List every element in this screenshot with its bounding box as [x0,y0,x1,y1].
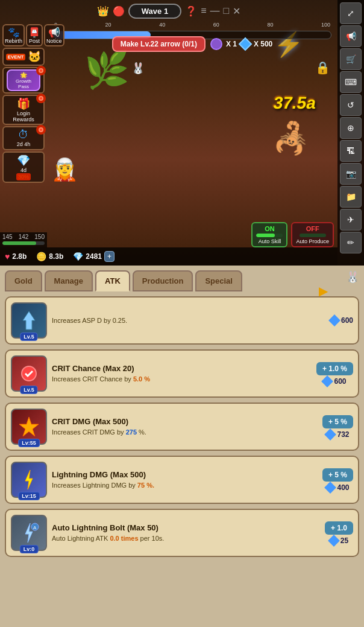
add-gems-button[interactable]: + [104,251,115,262]
cost-increase-crit-dmg: + 5 % [322,415,353,428]
upgrade-icon-crit-dmg: Lv:55 [11,409,47,445]
upgrade-cost-lightning-dmg[interactable]: + 5 % 400 [322,468,353,492]
sidebar-btn-fullscreen[interactable]: ⤢ [340,2,362,24]
upgrade-card-auto-lightning: A Lv:0 Auto Lightning Bolt (Max 50) Auto… [5,509,359,557]
upgrade-cost-crit-dmg[interactable]: + 5 % 732 [322,415,353,439]
gem-cost-icon [328,314,340,326]
sidebar-btn-pen[interactable]: ✏ [340,232,362,253]
hp-value: 2.8b [12,252,27,261]
svg-marker-2 [19,417,39,436]
tab-bar: 🐰 Gold Manage ATK Production Special [0,266,364,291]
upgrade-scroll-area[interactable]: Lv.5 Increases ASP D by 0.25. 600 [0,291,364,622]
auto-skill-button[interactable]: ON Auto Skill [251,222,287,247]
sidebar-btn-keyboard[interactable]: ⌨ [340,71,362,93]
scene-boss-enemy: 🦂 [272,121,310,156]
gem-cost-icon-5 [328,535,340,547]
notice-button[interactable]: 📢 Notice [44,24,64,46]
upgrade-desc-auto-lightning: Auto Lightning ATK 0.0 times per 10s. [52,534,320,543]
login-rewards-button[interactable]: 🎁 Login Rewards [2,95,45,125]
sidebar-btn-plus[interactable]: ⊕ [340,117,362,139]
sidebar-btn-refresh[interactable]: ↺ [340,94,362,116]
upgrade-title-lightning-dmg: Lightning DMG (Max 500) [52,470,318,479]
heart-icon: ♥ [5,252,10,261]
growth-pass-button[interactable]: 🌟 Growth Pass [2,67,45,94]
upgrade-icon-arrow-speed: Lv.5 [11,302,47,339]
gem-icon: 💎 [73,252,83,261]
level-badge-arrow-speed: Lv.5 [20,333,37,341]
gem-cost-icon-4 [325,482,337,494]
cost-value-crit-dmg: 732 [337,430,349,439]
svg-marker-0 [23,311,35,329]
auto-produce-button[interactable]: OFF Auto Produce [291,222,334,247]
left-panel: 🐾 Rebirth 📮 Post 📢 Notice EVENT 🐱 🌟 Grow… [0,22,47,185]
upgrade-info-auto-lightning: Auto Lightning Bolt (Max 50) Auto Lightn… [52,523,320,543]
upgrade-card-crit-dmg: Lv:55 CRIT DMG (Max 500) Increases CRIT … [5,403,359,451]
upgrade-title-auto-lightning: Auto Lightning Bolt (Max 50) [52,523,320,532]
upgrade-info-crit-dmg: CRIT DMG (Max 500) Increases CRIT DMG by… [52,417,318,436]
tab-special[interactable]: Special [195,270,242,291]
damage-number: 37.5a [272,94,318,113]
gold-stat: 🪙 8.3b [36,252,63,261]
svg-text:A: A [33,525,37,530]
lock-icon: 🔒 [315,60,330,75]
right-sidebar: ⤢ 📢 🛒 ⌨ ↺ ⊕ 🏗 📷 📁 ✈ ✏ [337,0,364,266]
bunny-top: 🐰 [131,62,145,75]
sidebar-btn-folder[interactable]: 📁 [340,186,362,208]
upgrade-desc-lightning-dmg: Increases Lightning DMG by 75 %. [52,481,318,489]
gem-cost-icon-3 [325,428,337,441]
upgrade-cost-auto-lightning[interactable]: + 1.0 25 [325,521,353,545]
rebirth-button[interactable]: 🐾 Rebirth [2,24,25,46]
wave-badge: Wave 1 [128,4,181,19]
cursor-arrow: ▶ [319,284,328,298]
tab-gold[interactable]: Gold [5,270,42,291]
tab-production[interactable]: Production [133,270,193,291]
timer-button-1[interactable]: ⏱ 2d 4h [2,126,45,150]
quest-text: Make Lv.22 arrow (0/1) [112,36,206,52]
gem-stat: 💎 2481 + [73,251,115,262]
upgrade-card-arrow-speed: Lv.5 Increases ASP D by 0.25. 600 [5,296,359,345]
upgrade-desc-crit-chance: Increases CRIT Chance by 5.0 % [52,375,312,383]
upgrade-card-lightning-dmg: Lv:15 Lightning DMG (Max 500) Increases … [5,456,359,504]
sidebar-btn-speaker[interactable]: 📢 [340,25,362,47]
sidebar-btn-shop[interactable]: 🛒 [340,48,362,70]
level-badge-crit-chance: Lv.5 [20,386,37,394]
stats-bar: ♥ 2.8b 🪙 8.3b 💎 2481 + [0,247,337,266]
game-viewport: ⤢ 📢 🛒 ⌨ ↺ ⊕ 🏗 📷 📁 ✈ ✏ 👑 🔴 Wave 1 ❓ ≡ — □… [0,0,364,266]
sidebar-btn-camera[interactable]: 📷 [340,163,362,185]
top-bar: 👑 🔴 Wave 1 ❓ ≡ — □ ✕ [0,0,337,22]
upgrade-title-crit-dmg: CRIT DMG (Max 500) [52,417,318,426]
cost-value-auto-lightning: 25 [340,536,348,545]
cost-value-crit-chance: 600 [334,377,346,386]
cost-increase-lightning-dmg: + 5 % [322,468,353,482]
post-button[interactable]: 📮 Post [26,24,43,46]
tab-atk[interactable]: ATK [95,270,130,291]
timer-button-2[interactable]: 💎 4d 30% [2,151,45,183]
upgrade-panel: 🐰 Gold Manage ATK Production Special ▶ [0,266,364,627]
gem-value: 2481 [86,252,102,261]
sidebar-btn-build[interactable]: 🏗 [340,140,362,162]
char-stats: 145 142 150 [0,232,47,247]
upgrade-desc-arrow-speed: Increases ASP D by 0.25. [52,316,325,325]
coin-icon: 🪙 [36,252,46,261]
tab-manage[interactable]: Manage [45,270,93,291]
cost-value-arrow-speed: 600 [341,316,353,325]
cost-increase-crit-chance: + 1.0 % [316,362,353,375]
progress-bar-area: 0 20 40 60 80 100 [47,22,337,36]
cost-value-lightning-dmg: 400 [337,483,349,492]
event-button[interactable]: EVENT 🐱 [2,48,45,66]
level-badge-lightning-dmg: Lv:15 [18,492,40,500]
upgrade-icon-lightning-dmg: Lv:15 [11,462,47,498]
level-badge-auto-lightning: Lv:0 [20,545,39,553]
gem-cost-icon-2 [322,375,334,387]
upgrade-info-lightning-dmg: Lightning DMG (Max 500) Increases Lightn… [52,470,318,489]
level-badge-crit-dmg: Lv:55 [18,439,40,447]
cost-increase-auto-lightning: + 1.0 [325,521,353,535]
scene-plant: 🌿 [84,48,130,91]
upgrade-cost-arrow-speed[interactable]: 600 [330,316,353,325]
upgrade-card-crit-chance: Lv.5 CRIT Chance (Max 20) Increases CRIT… [5,349,359,398]
sidebar-btn-plane[interactable]: ✈ [340,209,362,231]
svg-marker-3 [25,470,33,489]
gold-value: 8.3b [49,252,63,261]
upgrade-icon-crit-chance: Lv.5 [11,355,47,392]
upgrade-cost-crit-chance[interactable]: + 1.0 % 600 [316,362,353,386]
